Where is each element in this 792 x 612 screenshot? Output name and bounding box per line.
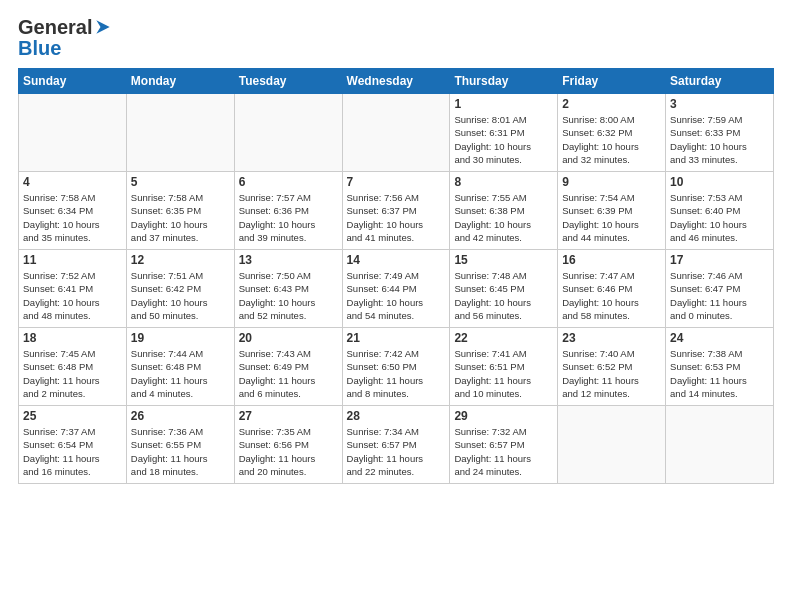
empty-cell [666, 406, 774, 484]
day-info: Sunrise: 7:32 AMSunset: 6:57 PMDaylight:… [454, 425, 553, 478]
day-info: Sunrise: 7:56 AMSunset: 6:37 PMDaylight:… [347, 191, 446, 244]
day-info: Sunrise: 7:43 AMSunset: 6:49 PMDaylight:… [239, 347, 338, 400]
day-number: 10 [670, 175, 769, 189]
day-cell-28: 28Sunrise: 7:34 AMSunset: 6:57 PMDayligh… [342, 406, 450, 484]
day-info: Sunrise: 7:38 AMSunset: 6:53 PMDaylight:… [670, 347, 769, 400]
day-cell-14: 14Sunrise: 7:49 AMSunset: 6:44 PMDayligh… [342, 250, 450, 328]
day-cell-15: 15Sunrise: 7:48 AMSunset: 6:45 PMDayligh… [450, 250, 558, 328]
svg-marker-0 [97, 21, 110, 34]
day-info: Sunrise: 7:55 AMSunset: 6:38 PMDaylight:… [454, 191, 553, 244]
day-info: Sunrise: 7:46 AMSunset: 6:47 PMDaylight:… [670, 269, 769, 322]
day-number: 7 [347, 175, 446, 189]
day-cell-29: 29Sunrise: 7:32 AMSunset: 6:57 PMDayligh… [450, 406, 558, 484]
weekday-header-sunday: Sunday [19, 69, 127, 94]
day-cell-22: 22Sunrise: 7:41 AMSunset: 6:51 PMDayligh… [450, 328, 558, 406]
day-info: Sunrise: 7:53 AMSunset: 6:40 PMDaylight:… [670, 191, 769, 244]
logo-blue: Blue [18, 37, 113, 60]
day-info: Sunrise: 7:54 AMSunset: 6:39 PMDaylight:… [562, 191, 661, 244]
empty-cell [19, 94, 127, 172]
day-number: 17 [670, 253, 769, 267]
day-number: 13 [239, 253, 338, 267]
day-number: 11 [23, 253, 122, 267]
day-number: 28 [347, 409, 446, 423]
logo-general: General [18, 16, 92, 38]
day-number: 12 [131, 253, 230, 267]
day-number: 18 [23, 331, 122, 345]
empty-cell [558, 406, 666, 484]
day-number: 4 [23, 175, 122, 189]
week-row-1: 1Sunrise: 8:01 AMSunset: 6:31 PMDaylight… [19, 94, 774, 172]
day-cell-8: 8Sunrise: 7:55 AMSunset: 6:38 PMDaylight… [450, 172, 558, 250]
day-info: Sunrise: 7:51 AMSunset: 6:42 PMDaylight:… [131, 269, 230, 322]
day-info: Sunrise: 7:36 AMSunset: 6:55 PMDaylight:… [131, 425, 230, 478]
day-cell-19: 19Sunrise: 7:44 AMSunset: 6:48 PMDayligh… [126, 328, 234, 406]
logo-arrow-icon [93, 17, 113, 37]
day-cell-21: 21Sunrise: 7:42 AMSunset: 6:50 PMDayligh… [342, 328, 450, 406]
day-info: Sunrise: 7:58 AMSunset: 6:35 PMDaylight:… [131, 191, 230, 244]
logo-text: General [18, 16, 113, 39]
week-row-2: 4Sunrise: 7:58 AMSunset: 6:34 PMDaylight… [19, 172, 774, 250]
day-number: 26 [131, 409, 230, 423]
day-number: 29 [454, 409, 553, 423]
day-cell-27: 27Sunrise: 7:35 AMSunset: 6:56 PMDayligh… [234, 406, 342, 484]
day-info: Sunrise: 7:42 AMSunset: 6:50 PMDaylight:… [347, 347, 446, 400]
day-cell-6: 6Sunrise: 7:57 AMSunset: 6:36 PMDaylight… [234, 172, 342, 250]
day-cell-16: 16Sunrise: 7:47 AMSunset: 6:46 PMDayligh… [558, 250, 666, 328]
day-cell-3: 3Sunrise: 7:59 AMSunset: 6:33 PMDaylight… [666, 94, 774, 172]
day-number: 1 [454, 97, 553, 111]
day-info: Sunrise: 7:49 AMSunset: 6:44 PMDaylight:… [347, 269, 446, 322]
weekday-header-thursday: Thursday [450, 69, 558, 94]
day-cell-11: 11Sunrise: 7:52 AMSunset: 6:41 PMDayligh… [19, 250, 127, 328]
day-cell-20: 20Sunrise: 7:43 AMSunset: 6:49 PMDayligh… [234, 328, 342, 406]
day-number: 21 [347, 331, 446, 345]
day-cell-1: 1Sunrise: 8:01 AMSunset: 6:31 PMDaylight… [450, 94, 558, 172]
weekday-header-saturday: Saturday [666, 69, 774, 94]
day-number: 25 [23, 409, 122, 423]
day-info: Sunrise: 7:41 AMSunset: 6:51 PMDaylight:… [454, 347, 553, 400]
day-info: Sunrise: 7:37 AMSunset: 6:54 PMDaylight:… [23, 425, 122, 478]
day-info: Sunrise: 8:01 AMSunset: 6:31 PMDaylight:… [454, 113, 553, 166]
day-number: 22 [454, 331, 553, 345]
day-number: 6 [239, 175, 338, 189]
day-cell-12: 12Sunrise: 7:51 AMSunset: 6:42 PMDayligh… [126, 250, 234, 328]
day-info: Sunrise: 7:47 AMSunset: 6:46 PMDaylight:… [562, 269, 661, 322]
day-cell-5: 5Sunrise: 7:58 AMSunset: 6:35 PMDaylight… [126, 172, 234, 250]
day-number: 19 [131, 331, 230, 345]
day-cell-13: 13Sunrise: 7:50 AMSunset: 6:43 PMDayligh… [234, 250, 342, 328]
day-number: 9 [562, 175, 661, 189]
weekday-header-monday: Monday [126, 69, 234, 94]
day-cell-4: 4Sunrise: 7:58 AMSunset: 6:34 PMDaylight… [19, 172, 127, 250]
day-cell-23: 23Sunrise: 7:40 AMSunset: 6:52 PMDayligh… [558, 328, 666, 406]
day-number: 27 [239, 409, 338, 423]
header: General Blue [18, 16, 774, 60]
day-number: 16 [562, 253, 661, 267]
day-number: 5 [131, 175, 230, 189]
day-cell-24: 24Sunrise: 7:38 AMSunset: 6:53 PMDayligh… [666, 328, 774, 406]
weekday-header-friday: Friday [558, 69, 666, 94]
empty-cell [234, 94, 342, 172]
day-cell-18: 18Sunrise: 7:45 AMSunset: 6:48 PMDayligh… [19, 328, 127, 406]
day-cell-9: 9Sunrise: 7:54 AMSunset: 6:39 PMDaylight… [558, 172, 666, 250]
day-info: Sunrise: 8:00 AMSunset: 6:32 PMDaylight:… [562, 113, 661, 166]
day-info: Sunrise: 7:50 AMSunset: 6:43 PMDaylight:… [239, 269, 338, 322]
day-cell-17: 17Sunrise: 7:46 AMSunset: 6:47 PMDayligh… [666, 250, 774, 328]
day-cell-7: 7Sunrise: 7:56 AMSunset: 6:37 PMDaylight… [342, 172, 450, 250]
weekday-header-tuesday: Tuesday [234, 69, 342, 94]
week-row-5: 25Sunrise: 7:37 AMSunset: 6:54 PMDayligh… [19, 406, 774, 484]
day-number: 20 [239, 331, 338, 345]
day-number: 3 [670, 97, 769, 111]
empty-cell [342, 94, 450, 172]
weekday-header-row: SundayMondayTuesdayWednesdayThursdayFrid… [19, 69, 774, 94]
day-info: Sunrise: 7:35 AMSunset: 6:56 PMDaylight:… [239, 425, 338, 478]
day-info: Sunrise: 7:52 AMSunset: 6:41 PMDaylight:… [23, 269, 122, 322]
day-number: 14 [347, 253, 446, 267]
day-info: Sunrise: 7:57 AMSunset: 6:36 PMDaylight:… [239, 191, 338, 244]
calendar-table: SundayMondayTuesdayWednesdayThursdayFrid… [18, 68, 774, 484]
day-number: 24 [670, 331, 769, 345]
day-number: 2 [562, 97, 661, 111]
empty-cell [126, 94, 234, 172]
day-info: Sunrise: 7:58 AMSunset: 6:34 PMDaylight:… [23, 191, 122, 244]
day-cell-25: 25Sunrise: 7:37 AMSunset: 6:54 PMDayligh… [19, 406, 127, 484]
day-info: Sunrise: 7:59 AMSunset: 6:33 PMDaylight:… [670, 113, 769, 166]
day-info: Sunrise: 7:40 AMSunset: 6:52 PMDaylight:… [562, 347, 661, 400]
